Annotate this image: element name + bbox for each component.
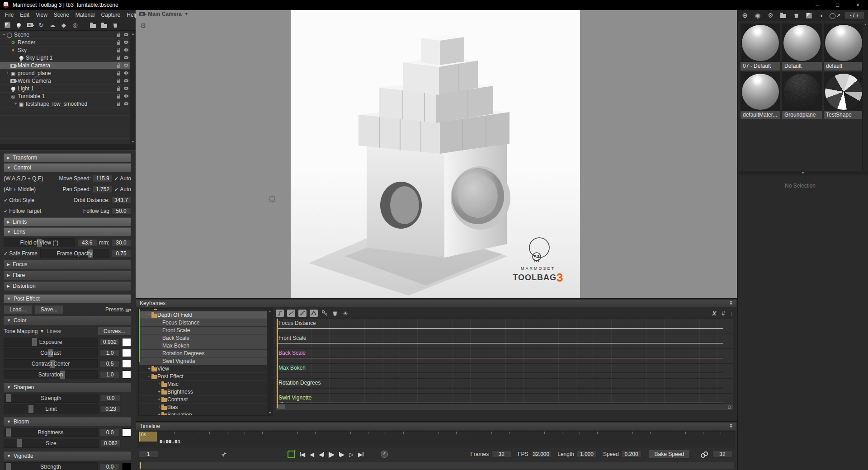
loop-toggle-icon[interactable] bbox=[288, 451, 295, 458]
tree-row-main-camera[interactable]: Main Camera bbox=[0, 62, 136, 70]
visibility-icon[interactable] bbox=[124, 94, 128, 98]
linear-interpolation-icon[interactable] bbox=[287, 310, 295, 317]
section-lens[interactable]: ▼Lens bbox=[4, 227, 131, 236]
viewport-3d[interactable]: MARMOSET TOOLBAG3 Main Camera ▼ ⚙ ☼ bbox=[136, 10, 737, 298]
current-frame-field[interactable]: 1 bbox=[138, 451, 158, 458]
viewport-settings-gear-icon[interactable]: ⚙ bbox=[140, 22, 146, 30]
collapse-panel-icon[interactable]: ▼▼ bbox=[729, 301, 733, 305]
track-front-scale[interactable]: Front Scale bbox=[276, 334, 733, 348]
lock-icon[interactable] bbox=[117, 34, 120, 37]
frame-number-icon[interactable]: # bbox=[722, 310, 725, 317]
tree-row-ground-plane[interactable]: + ▣ ground_plane bbox=[0, 70, 136, 77]
expander[interactable]: − bbox=[5, 47, 10, 54]
bloom-size-field[interactable]: 0.062 bbox=[101, 440, 121, 447]
bloom-size-slider[interactable]: Size bbox=[4, 439, 99, 448]
frame-opacity-slider[interactable]: Frame Opacity bbox=[40, 249, 109, 258]
orbit-style-checkbox[interactable]: ✓ bbox=[4, 197, 8, 203]
auto-checkbox[interactable]: ✓ bbox=[114, 176, 118, 182]
contrast-color-swatch[interactable] bbox=[122, 349, 131, 357]
maximize-button[interactable]: □ bbox=[827, 0, 848, 10]
kf-tree-row-post-effect[interactable]: − Post Effect bbox=[139, 373, 273, 381]
material-thumb[interactable]: defaultMater... bbox=[741, 72, 780, 119]
close-button[interactable]: × bbox=[848, 0, 868, 10]
fov-mm-field[interactable]: 30.0 bbox=[111, 239, 131, 246]
section-color[interactable]: ▼Color bbox=[4, 316, 131, 325]
track-back-scale[interactable]: Back Scale bbox=[276, 348, 733, 363]
add-camera-icon[interactable] bbox=[26, 22, 33, 29]
exposure-field[interactable]: 0.932 bbox=[100, 338, 120, 346]
tree-row-light-1[interactable]: Light 1 bbox=[0, 85, 136, 93]
saturation-slider[interactable]: Saturation bbox=[4, 370, 98, 379]
visibility-icon[interactable] bbox=[124, 41, 128, 44]
follow-target-checkbox[interactable]: ✓ bbox=[4, 208, 8, 214]
move-speed-field[interactable]: 115.9 bbox=[93, 175, 113, 182]
expander[interactable]: + bbox=[157, 396, 161, 403]
sharpen-strength-field[interactable]: 0.0 bbox=[101, 395, 121, 402]
section-bloom[interactable]: ▼Bloom bbox=[4, 417, 131, 426]
lock-icon[interactable] bbox=[117, 50, 120, 52]
trim-scissors-icon[interactable]: ✂ bbox=[220, 450, 229, 459]
expander[interactable]: + bbox=[5, 70, 10, 77]
add-sky-icon[interactable]: ☁ bbox=[49, 22, 56, 29]
section-distortion[interactable]: ▶Distortion bbox=[4, 282, 131, 291]
kf-tree-row-contrast[interactable]: + Contrast bbox=[139, 396, 273, 404]
sharpen-strength-slider[interactable]: Strength bbox=[4, 394, 99, 403]
kf-tree-scrollbar[interactable]: ▲▼ bbox=[267, 309, 273, 415]
new-material-icon[interactable]: ⊕ bbox=[741, 12, 748, 19]
play-button-icon[interactable]: ▶ bbox=[329, 450, 335, 459]
next-keyframe-icon[interactable]: ▷ bbox=[349, 451, 354, 458]
material-thumb[interactable]: default bbox=[824, 24, 863, 70]
skip-to-end-icon[interactable]: ▶ bbox=[358, 451, 363, 458]
expander[interactable]: + bbox=[147, 365, 151, 372]
tree-row-render[interactable]: ⚙ Render bbox=[0, 39, 136, 47]
menu-capture[interactable]: Capture bbox=[98, 12, 124, 18]
timeline-scrubber[interactable]: 0s 0:00.01 bbox=[138, 431, 735, 447]
timeline-header[interactable]: Timeline ▼▼ bbox=[136, 422, 737, 430]
exposure-slider[interactable]: Exposure bbox=[4, 338, 98, 347]
expander[interactable]: − bbox=[147, 311, 151, 319]
vignette-color-swatch[interactable] bbox=[122, 463, 131, 470]
track-h-scrollbar[interactable]: ⌂ bbox=[276, 403, 733, 410]
frames-field[interactable]: 32 bbox=[491, 451, 511, 458]
section-vignette[interactable]: ▼Vignette bbox=[4, 451, 131, 461]
kf-tree-row-focus-distance[interactable]: Focus Distance bbox=[139, 319, 273, 327]
vignette-strength-field[interactable]: 0.0 bbox=[100, 463, 120, 470]
timeline-range-bar[interactable] bbox=[138, 462, 734, 469]
end-frame-field[interactable]: 32 bbox=[712, 451, 732, 458]
visibility-icon[interactable] bbox=[124, 71, 128, 75]
expander[interactable]: + bbox=[157, 411, 161, 416]
duplicate-material-icon[interactable]: ◉ bbox=[754, 12, 761, 19]
speed-field[interactable]: 0.200 bbox=[622, 451, 642, 458]
auto-checkbox[interactable]: ✓ bbox=[114, 187, 118, 193]
step-forward-icon[interactable]: ▶ bbox=[339, 451, 344, 458]
bloom-brightness-field[interactable]: 0.0 bbox=[100, 429, 120, 436]
material-thumb[interactable]: TestShape bbox=[824, 72, 863, 119]
collapse-panel-icon[interactable]: ▼▼ bbox=[729, 424, 733, 428]
link-icon[interactable] bbox=[701, 451, 707, 457]
material-thumb[interactable]: 07 - Default bbox=[741, 24, 780, 70]
tree-row-sky-light[interactable]: Sky Light 1 bbox=[0, 54, 136, 62]
kf-tree-row-brightness[interactable]: + Brightness bbox=[139, 388, 273, 396]
prev-keyframe-icon[interactable]: ◀ bbox=[310, 451, 314, 458]
fov-value-field[interactable]: 43.6 bbox=[77, 239, 97, 246]
share-material-icon[interactable]: ◯↗ bbox=[831, 12, 839, 19]
sharpen-limit-slider[interactable]: Limit bbox=[4, 404, 99, 414]
kf-tree-row-back-scale[interactable]: Back Scale bbox=[139, 334, 273, 342]
add-key-icon[interactable] bbox=[321, 310, 328, 317]
exposure-color-swatch[interactable] bbox=[122, 338, 131, 346]
clear-keys-icon[interactable]: ☀ bbox=[342, 310, 349, 317]
track-grid[interactable]: Focus Distance Front Scale Back Scale Ma… bbox=[276, 318, 733, 409]
tree-row-sky[interactable]: − ☀ Sky bbox=[0, 47, 136, 54]
add-light-icon[interactable] bbox=[15, 22, 22, 29]
skip-to-start-icon[interactable]: ◀ bbox=[300, 451, 305, 458]
kf-tree-row-front-scale[interactable]: Front Scale bbox=[139, 327, 273, 334]
step-back-icon[interactable]: ◀ bbox=[319, 451, 324, 458]
lock-icon[interactable] bbox=[117, 57, 120, 60]
contrast-slider[interactable]: Contrast bbox=[4, 348, 98, 357]
expander[interactable]: − bbox=[147, 373, 151, 380]
lock-icon[interactable] bbox=[117, 80, 120, 83]
time-marker[interactable]: 0s bbox=[139, 432, 157, 442]
material-scrollbar[interactable]: ▲ bbox=[862, 22, 868, 171]
add-animation-icon[interactable]: ↻ bbox=[38, 22, 45, 29]
expander[interactable]: − bbox=[5, 93, 10, 100]
